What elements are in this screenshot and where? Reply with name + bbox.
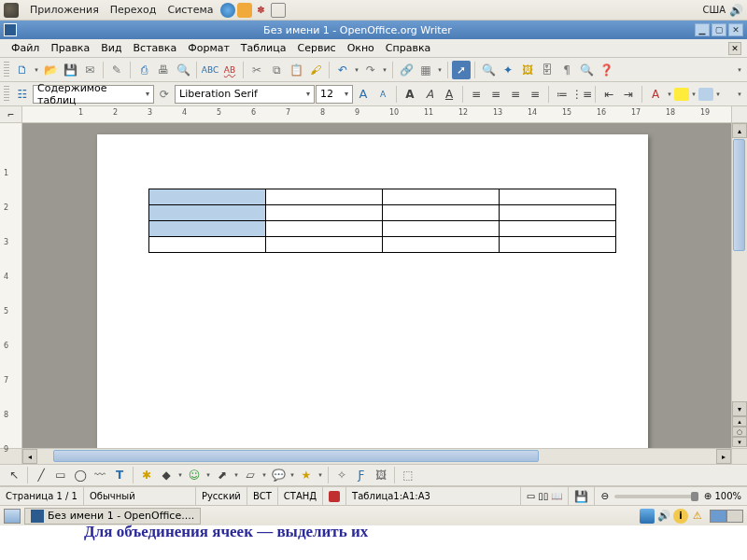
line-tool-button[interactable]: ╱ (32, 466, 50, 484)
highlight-button[interactable] (674, 88, 689, 101)
star-shapes-button[interactable]: ★ (297, 466, 316, 484)
undo-dropdown[interactable]: ▾ (353, 66, 360, 74)
table-cell[interactable] (149, 237, 266, 253)
new-doc-dropdown[interactable]: ▾ (33, 66, 40, 74)
vertical-scrollbar[interactable]: ▴ ▾ ▴ ○ ▾ (731, 123, 747, 448)
tray-app-icon[interactable] (271, 3, 286, 18)
autospell-button[interactable]: AB (220, 61, 239, 79)
show-draw-button[interactable]: ➚ (452, 61, 471, 79)
table-dropdown[interactable]: ▾ (436, 66, 444, 74)
horizontal-scrollbar[interactable]: ◂ ▸ (0, 448, 747, 464)
styles-window-button[interactable]: ☷ (13, 85, 32, 104)
horizontal-ruler[interactable]: ⌐ 12345678910111213141516171819 (0, 106, 747, 123)
numbered-list-button[interactable]: ≔ (553, 85, 571, 104)
spellcheck-button[interactable]: ABC (201, 61, 219, 79)
email-button[interactable]: ✉ (80, 61, 99, 79)
table-cell[interactable] (266, 221, 383, 237)
bgcolor-dropdown[interactable]: ▾ (714, 91, 722, 98)
sound-tray-icon[interactable]: 🔊 (656, 509, 671, 524)
document-viewport[interactable] (22, 123, 731, 448)
gallery-button[interactable]: 🖼 (518, 61, 537, 79)
status-insert-mode[interactable]: ВСТ (247, 487, 278, 505)
gnome-menu-apps[interactable]: Приложения (24, 2, 105, 18)
display-tray-icon[interactable] (640, 509, 655, 524)
zoom-in-button[interactable]: ⊕ (704, 491, 712, 501)
info-tray-icon[interactable]: i (673, 509, 688, 524)
table-cell[interactable] (383, 205, 500, 221)
bold-button[interactable]: A (401, 85, 419, 104)
bullet-list-button[interactable]: ⋮≡ (572, 85, 591, 104)
redo-button[interactable]: ↷ (361, 61, 380, 79)
workspace-2[interactable] (726, 510, 743, 523)
table-cell[interactable] (500, 237, 616, 253)
freeform-tool-button[interactable]: 〰 (91, 466, 109, 484)
symbol-shapes-button[interactable]: ☺ (185, 466, 204, 484)
from-file-button[interactable]: 🖼 (372, 466, 390, 484)
show-desktop-button[interactable] (4, 509, 21, 524)
gnome-menu-places[interactable]: Переход (105, 2, 162, 18)
close-button[interactable]: ✕ (728, 23, 743, 36)
zoom-slider[interactable] (614, 495, 698, 498)
keyboard-layout-indicator[interactable]: США (702, 5, 726, 15)
vscroll-thumb[interactable] (733, 139, 745, 251)
zoom-value[interactable]: 100% (714, 491, 741, 501)
edit-file-button[interactable]: ✎ (107, 61, 126, 79)
align-center-button[interactable]: ≡ (486, 85, 505, 104)
table-cell[interactable] (149, 221, 266, 237)
export-pdf-button[interactable]: ⎙ (134, 61, 153, 79)
increase-indent-button[interactable]: ⇥ (619, 85, 638, 104)
paragraph-style-combo[interactable]: Содержимое таблиц▾ (33, 85, 154, 104)
find-button[interactable]: 🔍 (479, 61, 498, 79)
menu-table[interactable]: Таблица (235, 40, 292, 56)
maximize-button[interactable]: ▢ (712, 23, 726, 36)
font-color-dropdown[interactable]: ▾ (666, 91, 673, 98)
table-cell[interactable] (383, 221, 500, 237)
gnome-menu-system[interactable]: Система (162, 2, 218, 18)
nonprint-button[interactable]: ¶ (557, 61, 576, 79)
warning-tray-icon[interactable]: ⚠ (690, 509, 705, 524)
table-cell[interactable] (383, 237, 500, 253)
datasources-button[interactable]: 🗄 (538, 61, 557, 79)
status-language[interactable]: Русский (196, 487, 247, 505)
align-right-button[interactable]: ≡ (506, 85, 525, 104)
dropdown-arrow-icon[interactable]: ▾ (341, 90, 348, 98)
flowchart-dropdown[interactable]: ▾ (261, 471, 268, 479)
print-button[interactable]: 🖶 (154, 61, 173, 79)
menu-format[interactable]: Формат (182, 40, 235, 56)
scroll-down-button[interactable]: ▾ (732, 401, 747, 416)
callout-dropdown[interactable]: ▾ (289, 471, 296, 479)
callout-tool-button[interactable]: ✱ (137, 466, 156, 484)
flowchart-button[interactable]: ▱ (241, 466, 260, 484)
paste-button[interactable]: 📋 (287, 61, 305, 79)
help-launcher-icon[interactable]: ✽ (254, 3, 269, 18)
status-view-layout[interactable]: ▭ ▯▯ 📖 (521, 487, 570, 505)
table-cell[interactable] (500, 189, 616, 205)
volume-icon[interactable]: 🔊 (729, 4, 743, 17)
toolbar-grip[interactable] (4, 86, 9, 103)
preview-button[interactable]: 🔍 (174, 61, 192, 79)
table-cell[interactable] (266, 205, 383, 221)
table-cell[interactable] (149, 189, 266, 205)
nav-button[interactable]: ○ (732, 427, 747, 437)
select-tool-button[interactable]: ↖ (5, 466, 23, 484)
redo-dropdown[interactable]: ▾ (381, 66, 388, 74)
prev-page-button[interactable]: ▴ (732, 416, 747, 427)
dropdown-arrow-icon[interactable]: ▾ (142, 90, 149, 98)
highlight-dropdown[interactable]: ▾ (690, 91, 698, 98)
decrease-indent-button[interactable]: ⇤ (599, 85, 618, 104)
shrink-font-button[interactable]: A (374, 85, 392, 104)
align-justify-button[interactable]: ≡ (526, 85, 544, 104)
document-page[interactable] (97, 134, 648, 448)
points-button[interactable]: ✧ (332, 466, 351, 484)
basic-shapes-dropdown[interactable]: ▾ (176, 471, 184, 479)
scroll-up-button[interactable]: ▴ (732, 123, 747, 138)
toolbar-overflow[interactable]: ▾ (736, 66, 743, 74)
dropdown-arrow-icon[interactable]: ▾ (303, 90, 310, 98)
vertical-ruler[interactable]: 123456789 (0, 123, 22, 448)
document-table[interactable] (148, 189, 616, 253)
rect-tool-button[interactable]: ▭ (51, 466, 70, 484)
scroll-right-button[interactable]: ▸ (716, 449, 731, 464)
new-doc-button[interactable]: 🗋 (13, 61, 32, 79)
table-cell[interactable] (500, 221, 616, 237)
update-notifier-icon[interactable] (237, 3, 252, 18)
